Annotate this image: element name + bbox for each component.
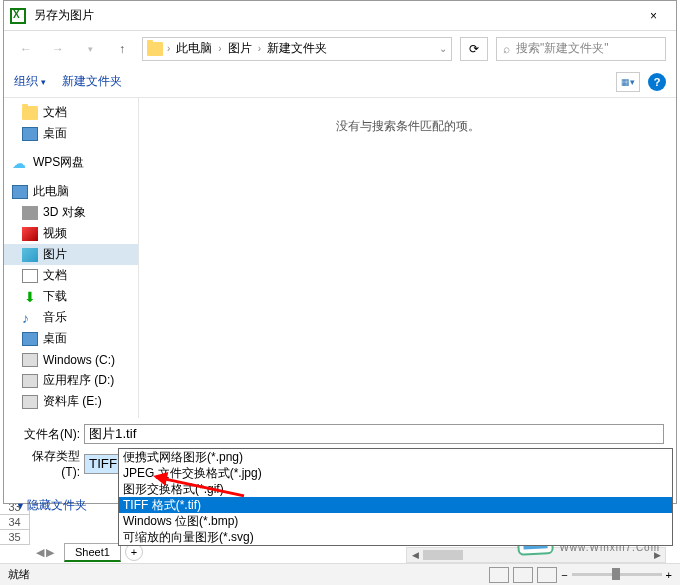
scroll-thumb[interactable]: [423, 550, 463, 560]
filename-input[interactable]: [84, 424, 664, 444]
organize-button[interactable]: 组织▾: [14, 73, 46, 90]
tree-item-label: 下载: [43, 288, 67, 305]
tree-item-label: Windows (C:): [43, 353, 115, 367]
scroll-left-icon[interactable]: ◀: [407, 548, 423, 562]
tree-item-label: 3D 对象: [43, 204, 86, 221]
dropdown-item[interactable]: JPEG 文件交换格式(*.jpg): [119, 465, 672, 481]
save-as-dialog: 另存为图片 × ← → ▾ ↑ › 此电脑 › 图片 › 新建文件夹 ⌄ ⟳ ⌕…: [3, 0, 677, 504]
hide-folders-link[interactable]: 隐藏文件夹: [16, 497, 87, 514]
refresh-icon: ⟳: [469, 42, 479, 56]
status-text: 就绪: [8, 567, 30, 582]
zoom-in-button[interactable]: +: [666, 569, 672, 581]
video-icon: [22, 227, 38, 241]
path-segment[interactable]: 此电脑: [174, 40, 214, 57]
tree-item[interactable]: 资料库 (E:): [4, 391, 138, 412]
back-button[interactable]: ←: [14, 37, 38, 61]
titlebar[interactable]: 另存为图片 ×: [4, 1, 676, 31]
view-layout-button[interactable]: [513, 567, 533, 583]
tree-item-label: 视频: [43, 225, 67, 242]
chevron-right-icon: ›: [258, 43, 261, 54]
tree-item[interactable]: 文档: [4, 265, 138, 286]
tree-item[interactable]: 桌面: [4, 123, 138, 144]
tree-item-label: 文档: [43, 104, 67, 121]
doc-icon: [22, 269, 38, 283]
tree-item[interactable]: ♪音乐: [4, 307, 138, 328]
chevron-down-icon: ▾: [41, 77, 46, 87]
tree-item[interactable]: 应用程序 (D:): [4, 370, 138, 391]
search-placeholder: 搜索"新建文件夹": [516, 40, 609, 57]
new-folder-button[interactable]: 新建文件夹: [62, 73, 122, 90]
tree-item-label: WPS网盘: [33, 154, 84, 171]
chevron-right-icon: ›: [167, 43, 170, 54]
search-icon: ⌕: [503, 42, 510, 56]
folder-tree[interactable]: 文档桌面☁WPS网盘此电脑3D 对象视频图片文档⬇下载♪音乐桌面Windows …: [4, 98, 139, 418]
disk-icon: [22, 353, 38, 367]
view-normal-button[interactable]: [489, 567, 509, 583]
disk-icon: [22, 374, 38, 388]
threed-icon: [22, 206, 38, 220]
folder-icon: [147, 42, 163, 56]
filename-label: 文件名(N):: [16, 426, 84, 443]
dropdown-item[interactable]: 图形交换格式(*.gif): [119, 481, 672, 497]
tree-item-label: 桌面: [43, 330, 67, 347]
tree-item-label: 桌面: [43, 125, 67, 142]
dropdown-item[interactable]: Windows 位图(*.bmp): [119, 513, 672, 529]
zoom-slider[interactable]: [572, 573, 662, 576]
tree-item-label: 此电脑: [33, 183, 69, 200]
address-bar[interactable]: › 此电脑 › 图片 › 新建文件夹 ⌄: [142, 37, 452, 61]
desktop-icon: [22, 127, 38, 141]
sheet-nav[interactable]: ◀▶: [30, 546, 60, 559]
dropdown-item[interactable]: TIFF 格式(*.tif): [119, 497, 672, 513]
excel-icon: [10, 8, 26, 24]
cloud-icon: ☁: [12, 156, 28, 170]
disk-icon: [22, 395, 38, 409]
pic-icon: [22, 248, 38, 262]
tree-item[interactable]: 此电脑: [4, 181, 138, 202]
close-icon: ×: [650, 9, 657, 23]
recent-button[interactable]: ▾: [78, 37, 102, 61]
tree-item[interactable]: ☁WPS网盘: [4, 152, 138, 173]
desktop-icon: [22, 332, 38, 346]
file-list-area[interactable]: 没有与搜索条件匹配的项。: [139, 98, 676, 418]
filetype-dropdown[interactable]: 便携式网络图形(*.png)JPEG 文件交换格式(*.jpg)图形交换格式(*…: [118, 448, 673, 546]
view-icon: ▦▾: [621, 77, 635, 87]
pc-icon: [12, 185, 28, 199]
tree-item-label: 资料库 (E:): [43, 393, 102, 410]
tree-item-label: 音乐: [43, 309, 67, 326]
view-options-button[interactable]: ▦▾: [616, 72, 640, 92]
view-break-button[interactable]: [537, 567, 557, 583]
dialog-title: 另存为图片: [34, 7, 631, 24]
tree-item[interactable]: 图片: [4, 244, 138, 265]
dl-icon: ⬇: [22, 290, 38, 304]
path-segment[interactable]: 新建文件夹: [265, 40, 329, 57]
chevron-down-icon[interactable]: ⌄: [439, 43, 447, 54]
row-header[interactable]: 35: [0, 530, 30, 545]
tree-item[interactable]: 视频: [4, 223, 138, 244]
dropdown-item[interactable]: 可缩放的向量图形(*.svg): [119, 529, 672, 545]
row-header[interactable]: 34: [0, 515, 30, 530]
tree-item-label: 图片: [43, 246, 67, 263]
path-segment[interactable]: 图片: [226, 40, 254, 57]
sheet-tab[interactable]: Sheet1: [64, 543, 121, 562]
music-icon: ♪: [22, 311, 38, 325]
close-button[interactable]: ×: [631, 2, 676, 30]
tree-item[interactable]: 桌面: [4, 328, 138, 349]
empty-message: 没有与搜索条件匹配的项。: [159, 118, 656, 135]
refresh-button[interactable]: ⟳: [460, 37, 488, 61]
tree-item[interactable]: Windows (C:): [4, 349, 138, 370]
search-input[interactable]: ⌕ 搜索"新建文件夹": [496, 37, 666, 61]
tree-item[interactable]: ⬇下载: [4, 286, 138, 307]
filetype-label: 保存类型(T):: [16, 448, 84, 479]
chevron-right-icon: ›: [218, 43, 221, 54]
help-button[interactable]: ?: [648, 73, 666, 91]
tree-item[interactable]: 3D 对象: [4, 202, 138, 223]
tree-item-label: 文档: [43, 267, 67, 284]
tree-item-label: 应用程序 (D:): [43, 372, 114, 389]
up-button[interactable]: ↑: [110, 37, 134, 61]
folder-icon: [22, 106, 38, 120]
forward-button[interactable]: →: [46, 37, 70, 61]
tree-item[interactable]: 文档: [4, 102, 138, 123]
zoom-out-button[interactable]: −: [561, 569, 567, 581]
dropdown-item[interactable]: 便携式网络图形(*.png): [119, 449, 672, 465]
